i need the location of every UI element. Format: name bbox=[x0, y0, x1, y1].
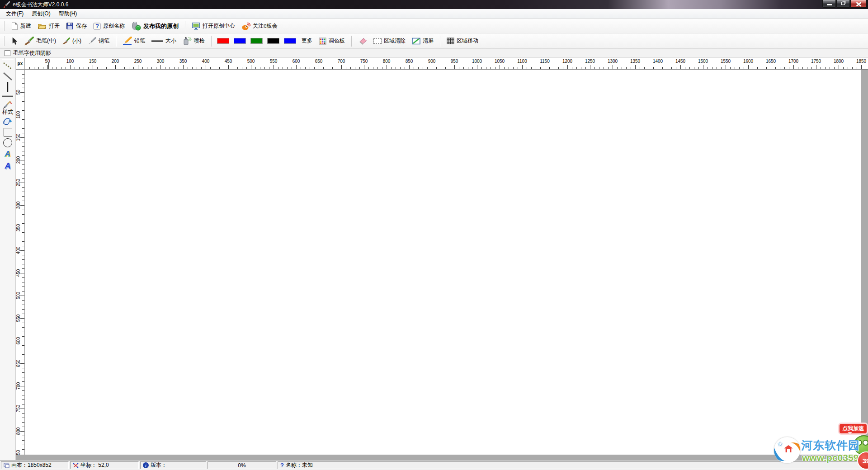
rectangle-icon bbox=[4, 128, 12, 136]
status-canvas-size: 画布：1850x852 bbox=[1, 461, 69, 469]
palette-label: 调色板 bbox=[329, 37, 345, 45]
menu-original[interactable]: 原创(O) bbox=[28, 9, 54, 19]
cursor-icon bbox=[11, 37, 18, 45]
menubar: 文件(F) 原创(O) 帮助(H) bbox=[0, 9, 868, 19]
spray-label: 喷枪 bbox=[194, 37, 205, 45]
close-icon bbox=[856, 2, 861, 6]
dashed-line-icon bbox=[3, 61, 13, 70]
color-swatch-blue[interactable] bbox=[234, 38, 246, 44]
toolbar-separator bbox=[351, 36, 352, 47]
minimize-icon bbox=[827, 4, 832, 5]
original-name-label: 原创名称 bbox=[103, 22, 125, 30]
minimize-button[interactable] bbox=[822, 0, 836, 8]
pencil-label: 铅笔 bbox=[134, 37, 145, 45]
canvas-size-icon bbox=[4, 463, 9, 468]
open-folder-icon bbox=[38, 22, 47, 30]
more-colors-button[interactable]: 更多 bbox=[298, 35, 316, 47]
size-tool-button[interactable]: 大小 bbox=[148, 35, 179, 47]
brush-shadow-checkbox[interactable] bbox=[5, 50, 10, 56]
publish-button[interactable]: 发布我的原创 bbox=[128, 20, 182, 33]
workspace: 样式 A A px 501001502002503003504004505005… bbox=[0, 58, 868, 460]
canvas-bottom-gutter bbox=[25, 455, 861, 460]
style-tool-label[interactable]: 样式 bbox=[0, 108, 15, 116]
brush-small-button[interactable]: (小) bbox=[59, 35, 85, 47]
question-box-icon: ? bbox=[93, 23, 101, 30]
horizontal-line-tool[interactable] bbox=[0, 93, 15, 99]
brush-medium-button[interactable]: 毛笔(中) bbox=[21, 35, 59, 47]
size-label: 大小 bbox=[165, 37, 176, 45]
text-3d-tool[interactable]: A bbox=[0, 148, 15, 159]
text-tool[interactable]: A bbox=[0, 160, 15, 171]
area-clear-label: 区域清除 bbox=[384, 37, 406, 45]
vertical-ruler: 5010015020025030035040045050055060065070… bbox=[16, 70, 25, 455]
area-clear-button[interactable]: 区域清除 bbox=[370, 35, 409, 47]
brush-small-icon bbox=[62, 38, 70, 45]
color-swatch-blue2[interactable] bbox=[284, 38, 296, 44]
more-label: 更多 bbox=[302, 37, 312, 45]
grid-move-icon bbox=[447, 38, 454, 44]
window-controls bbox=[822, 0, 867, 8]
brush-icon bbox=[24, 37, 34, 46]
area-move-button[interactable]: 区域移动 bbox=[443, 35, 481, 47]
app-window: e板会书法大师V2.0.0.6 文件(F) 原创(O) 帮助(H) 新建 打开 bbox=[0, 0, 868, 470]
drawing-canvas[interactable] bbox=[25, 70, 861, 455]
restore-button[interactable] bbox=[836, 0, 850, 8]
follow-label: 关注e板会 bbox=[253, 22, 278, 30]
eraser-icon bbox=[358, 38, 367, 45]
diagonal-line-icon bbox=[3, 72, 13, 81]
eraser-tool-button[interactable] bbox=[355, 36, 370, 47]
options-row: 毛笔字使用阴影 bbox=[0, 49, 868, 58]
menu-help[interactable]: 帮助(H) bbox=[55, 9, 81, 19]
palette-button[interactable]: 调色板 bbox=[316, 35, 348, 47]
original-name-button[interactable]: ? 原创名称 bbox=[90, 20, 128, 32]
open-center-button[interactable]: 打开原创中心 bbox=[189, 20, 238, 32]
fill-tool[interactable] bbox=[0, 116, 15, 126]
status-progress: 0% bbox=[208, 461, 276, 469]
line-size-icon bbox=[151, 40, 163, 42]
follow-button[interactable]: 关注e板会 bbox=[238, 20, 281, 32]
style-tool[interactable] bbox=[0, 99, 15, 109]
text-3d-icon: A bbox=[5, 150, 10, 158]
spray-tool-button[interactable]: 喷枪 bbox=[179, 35, 208, 47]
pencil-icon bbox=[123, 37, 132, 45]
menu-file[interactable]: 文件(F) bbox=[2, 9, 28, 19]
progress-text: 0% bbox=[238, 462, 245, 469]
dashed-line-tool[interactable] bbox=[0, 61, 15, 71]
tools-toolbar: 毛笔(中) (小) 钢笔 铅笔 大小 bbox=[0, 33, 868, 49]
clear-screen-button[interactable]: 清屏 bbox=[409, 35, 437, 47]
open-center-label: 打开原创中心 bbox=[203, 22, 235, 30]
toolbar-separator bbox=[185, 21, 185, 32]
toolbar-separator bbox=[440, 36, 440, 47]
status-coordinates: 坐标： 52,0 bbox=[70, 461, 139, 469]
vertical-line-tool[interactable] bbox=[0, 81, 15, 93]
ruler-unit-label: px bbox=[16, 58, 25, 70]
color-swatch-red[interactable] bbox=[217, 38, 229, 44]
line-tool[interactable] bbox=[0, 71, 15, 81]
brush-small-label: (小) bbox=[72, 37, 81, 45]
open-button[interactable]: 打开 bbox=[34, 20, 63, 32]
select-tool-button[interactable] bbox=[8, 35, 21, 47]
pen-label: 钢笔 bbox=[99, 37, 109, 45]
pen-tool-button[interactable]: 钢笔 bbox=[85, 35, 113, 47]
selection-rect-icon bbox=[373, 38, 382, 44]
tool-sidebar: 样式 A A bbox=[0, 58, 16, 460]
name-text: 名称：未知 bbox=[286, 461, 313, 469]
new-label: 新建 bbox=[20, 22, 31, 30]
save-button[interactable]: 保存 bbox=[63, 20, 90, 32]
color-swatch-green[interactable] bbox=[250, 38, 263, 44]
save-label: 保存 bbox=[76, 22, 87, 30]
new-button[interactable]: 新建 bbox=[8, 20, 34, 32]
close-button[interactable] bbox=[850, 0, 867, 8]
clear-screen-label: 清屏 bbox=[423, 37, 434, 45]
ellipse-tool[interactable] bbox=[0, 138, 15, 148]
circle-icon bbox=[3, 138, 12, 147]
open-label: 打开 bbox=[49, 22, 60, 30]
publish-globe-icon bbox=[131, 22, 141, 31]
color-swatch-black[interactable] bbox=[267, 38, 279, 44]
style-brush-icon bbox=[3, 100, 13, 109]
pencil-tool-button[interactable]: 铅笔 bbox=[119, 35, 148, 47]
main-toolbar: 新建 打开 保存 ? 原创名称 发布我的原创 bbox=[0, 19, 868, 33]
rectangle-tool[interactable] bbox=[0, 127, 15, 137]
status-name: ? 名称：未知 bbox=[278, 461, 867, 469]
publish-label: 发布我的原创 bbox=[143, 22, 179, 30]
